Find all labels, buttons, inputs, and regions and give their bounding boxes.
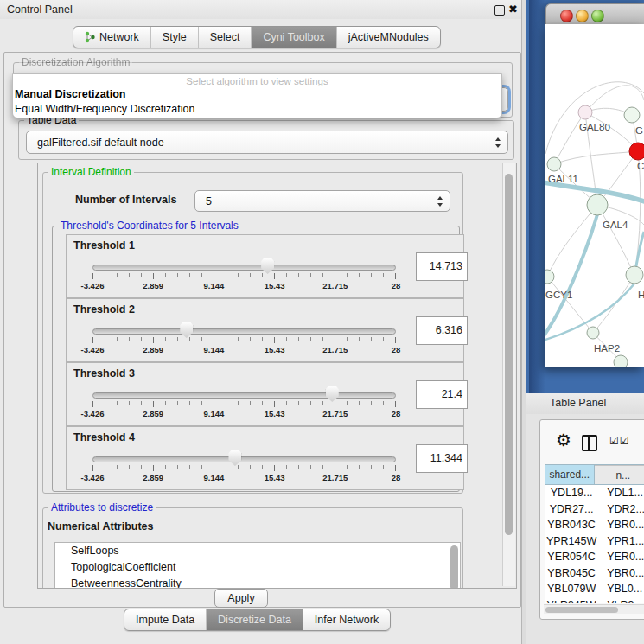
node-label: GAL80 [579,122,610,132]
minimize-traffic-light[interactable] [576,10,589,22]
attributes-group: Attributes to discretize Numerical Attri… [42,507,463,589]
node-label: HAP2 [594,343,620,354]
node-selected-red[interactable] [629,143,644,160]
numerical-attributes-label: Numerical Attributes [48,520,153,532]
tab-jactivemnodules[interactable]: jActiveMNodules [336,27,440,48]
tab-impute-data[interactable]: Impute Data [124,609,206,630]
list-item[interactable]: BetweennessCentrality [55,576,460,589]
node-gal11[interactable] [547,157,561,171]
dropdown-hint: Select algorithm to view settings [13,76,501,86]
table-row[interactable]: YER054CYER0... [545,549,644,565]
tab-discretize-data[interactable]: Discretize Data [206,609,303,630]
node-bottom-cut[interactable] [614,355,628,367]
table-data-value: galFiltered.sif default node [37,131,164,153]
table-data-group: Table Data galFiltered.sif default node [18,120,514,160]
settings-scroll-viewport: Interval Definition Number of Intervals … [37,163,517,589]
control-panel: Control Panel ✖ Network Style Select Cyn… [0,0,522,644]
threshold-3-value-field[interactable]: 21.4 [416,380,468,409]
close-traffic-light[interactable] [560,10,573,22]
threshold-4-panel: Threshold 4 -3.426 2.859 9.144 15.43 [66,426,464,490]
numerical-attributes-list: SelfLoops TopologicalCoefficient Between… [54,542,461,589]
table-row[interactable]: YDL19...YDL1... [545,485,644,501]
dropdown-option-equal-width-frequency[interactable]: Equal Width/Frequency Discretization [15,103,194,115]
node-gal80[interactable] [578,105,592,119]
tab-infer-network[interactable]: Infer Network [303,609,390,630]
discretization-algorithm-title: Discretization Algorithm [19,57,132,68]
threshold-1-panel: Threshold 1 -3.426 2.859 9.144 15.43 [66,234,464,298]
network-canvas[interactable]: GAL80 G C GAL11 GAL4 GCY1 H HAP2 [545,24,644,367]
tab-style[interactable]: Style [150,27,198,48]
threshold-2-slider[interactable]: -3.426 2.859 9.144 15.43 21.715 28 [92,322,396,356]
column-header-name[interactable]: n... [595,465,644,484]
threshold-1-value-field[interactable]: 14.713 [416,252,468,281]
dropdown-option-manual-discretization[interactable]: Manual Discretization [15,88,126,100]
node-partial-low-right[interactable] [626,266,643,284]
node-hap2[interactable] [587,327,599,339]
slider-thumb[interactable] [180,322,193,338]
node-gal4[interactable] [587,194,608,215]
tab-select[interactable]: Select [198,27,252,48]
list-item[interactable]: TopologicalCoefficient [55,559,460,576]
settings-scrollbar[interactable] [502,163,515,586]
table-panel-title: Table Panel [550,397,606,409]
list-scrollbar[interactable] [450,545,458,589]
gear-icon[interactable]: ⚙ [556,431,571,449]
close-icon[interactable]: ✖ [508,3,518,16]
threshold-2-value-field[interactable]: 6.316 [416,316,468,345]
app-window: Control Panel ✖ Network Style Select Cyn… [0,0,644,644]
threshold-4-slider[interactable]: -3.426 2.859 9.144 15.43 21.715 28 [92,450,396,484]
slider-thumb[interactable] [261,258,274,274]
table-horizontal-scrollbar[interactable] [544,604,644,614]
node-partial-top-right[interactable] [624,107,640,123]
table-row[interactable]: YPR145WYPR1... [545,533,644,550]
table-row[interactable]: YDR27...YDR2... [545,501,644,518]
thresholds-group: Threshold's Coordinates for 5 Intervals … [52,226,460,492]
control-panel-titlebar: Control Panel ✖ [0,0,521,19]
zoom-traffic-light[interactable] [591,10,604,22]
network-window-titlebar[interactable] [545,3,644,26]
table-row[interactable]: YLR345WYLR3... [545,597,644,603]
select-columns-icon[interactable]: ☑☑ [609,435,630,447]
float-window-icon[interactable] [494,5,505,16]
network-icon [85,31,96,43]
node-label: C [637,161,644,171]
combo-arrows-icon [437,196,443,207]
table-row[interactable]: YBR043CYBR0... [545,517,644,533]
cyni-toolbox-pane: Discretization Algorithm Select algorith… [3,52,521,608]
tab-cyni-toolbox[interactable]: Cyni Toolbox [251,27,335,48]
scrollbar-thumb[interactable] [545,607,618,613]
thresholds-group-title: Threshold's Coordinates for 5 Intervals [58,220,241,232]
table-header-row: shared... n... [545,464,644,485]
node-gcy1[interactable] [545,270,554,284]
attributes-group-title: Attributes to discretize [48,502,156,513]
threshold-2-panel: Threshold 2 -3.426 2.859 9.144 15.43 [66,298,464,362]
table-data-combobox[interactable]: galFiltered.sif default node [26,131,508,154]
column-layout-icon[interactable] [582,435,597,451]
table-row[interactable]: YBR045CYBR0... [545,565,644,582]
number-of-intervals-combobox[interactable]: 5 [194,190,450,212]
node-label: G [635,125,643,136]
node-label: GCY1 [545,290,572,300]
list-item[interactable]: SelfLoops [55,543,460,559]
threshold-4-value-field[interactable]: 11.344 [416,444,468,473]
slider-thumb[interactable] [326,386,339,402]
slider-track [92,265,396,271]
algorithm-dropdown-popup: Select algorithm to view settings Manual… [12,73,502,118]
node-table: shared... n... YDL19...YDL1... YDR27...Y… [545,464,644,603]
slider-track [92,392,396,399]
threshold-3-slider[interactable]: -3.426 2.859 9.144 15.43 21.715 28 [92,386,396,420]
scrollbar-thumb[interactable] [505,174,513,535]
table-panel-body: ⚙ ☑☑ shared... n... YDL19...YDL1... YDR2… [526,414,644,644]
control-panel-tabs: Network Style Select Cyni Toolbox jActiv… [73,26,441,48]
column-header-shared-name[interactable]: shared... [545,465,595,484]
tab-network[interactable]: Network [73,27,150,48]
cyni-bottom-tabs: Impute Data Discretize Data Infer Networ… [124,609,391,631]
threshold-1-slider[interactable]: -3.426 2.859 9.144 15.43 21.715 28 [92,258,396,292]
apply-button[interactable]: Apply [214,589,268,608]
slider-thumb[interactable] [228,450,241,466]
node-label: H [638,290,644,300]
network-view-window: GAL80 G C GAL11 GAL4 GCY1 H HAP2 [545,3,644,367]
table-row[interactable]: YBL079WYBL0... [545,581,644,597]
number-of-intervals-label: Number of Intervals [75,194,176,206]
slider-track [92,328,396,335]
